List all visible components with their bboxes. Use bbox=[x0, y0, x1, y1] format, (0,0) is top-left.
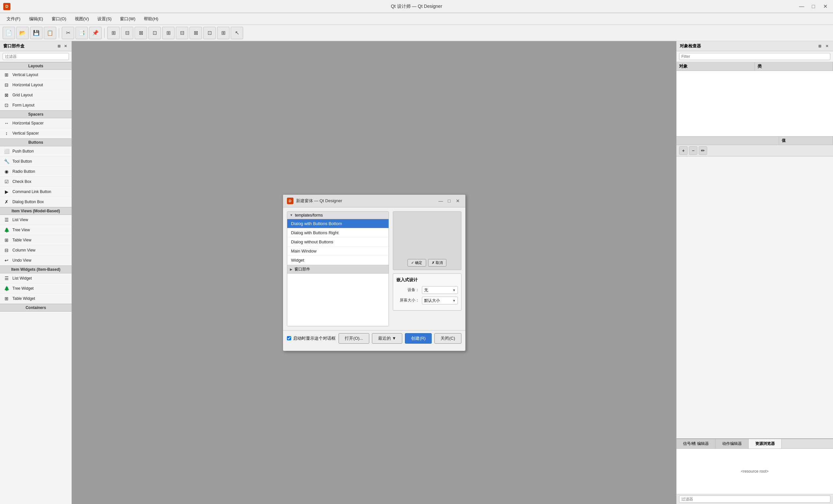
inspector-icon2[interactable]: ✕ bbox=[824, 43, 830, 49]
preview-cancel-btn[interactable]: ✗ 取消 bbox=[428, 259, 446, 267]
toolbar-saveas[interactable]: 📋 bbox=[44, 27, 56, 39]
widget-box-icon1[interactable]: ⊞ bbox=[56, 43, 62, 49]
prop-add-btn[interactable]: + bbox=[679, 146, 688, 155]
widget-check-box[interactable]: ☑ Check Box bbox=[0, 177, 72, 187]
tab-actions[interactable]: 动作编辑器 bbox=[716, 439, 749, 449]
table-widget-label: Table Widget bbox=[13, 296, 35, 301]
list-view-icon: ☰ bbox=[3, 217, 10, 223]
grid-layout-icon: ⊠ bbox=[3, 92, 10, 98]
property-col-value: 值 bbox=[779, 136, 833, 145]
widget-grid-layout[interactable]: ⊠ Grid Layout bbox=[0, 90, 72, 100]
prop-edit-btn[interactable]: ✏ bbox=[699, 146, 707, 155]
close-button-footer[interactable]: 关闭(C) bbox=[434, 333, 461, 344]
toolbar-layout1[interactable]: ⊞ bbox=[107, 27, 120, 39]
restore-button[interactable]: □ bbox=[809, 2, 818, 11]
toolbar-break[interactable]: ⊞ bbox=[217, 27, 230, 39]
widget-list-widget[interactable]: ☰ List Widget bbox=[0, 273, 72, 283]
toolbar-open[interactable]: 📂 bbox=[16, 27, 29, 39]
category-containers: Containers bbox=[0, 304, 72, 311]
vertical-layout-label: Vertical Layout bbox=[13, 73, 38, 77]
widget-tool-button[interactable]: 🔧 Tool Button bbox=[0, 156, 72, 167]
widget-filter-input[interactable] bbox=[3, 53, 69, 60]
category-item-views: Item Views (Model-Based) bbox=[0, 207, 72, 215]
widget-horizontal-layout[interactable]: ⊟ Horizontal Layout bbox=[0, 80, 72, 90]
toolbar-copy[interactable]: 📑 bbox=[75, 27, 88, 39]
widget-table-widget[interactable]: ⊞ Table Widget bbox=[0, 294, 72, 304]
resource-filter-row bbox=[676, 494, 833, 504]
menu-edit[interactable]: 编辑(E) bbox=[25, 15, 47, 23]
widget-undo-view[interactable]: ↩ Undo View bbox=[0, 255, 72, 266]
recent-button[interactable]: 最近的 ▼ bbox=[372, 333, 402, 344]
widget-radio-button[interactable]: ◉ Radio Button bbox=[0, 167, 72, 177]
check-box-icon: ☑ bbox=[3, 178, 10, 185]
object-inspector-title: 对象检查器 bbox=[680, 43, 701, 49]
toolbar-cut[interactable]: ✂ bbox=[62, 27, 74, 39]
tree-item-dialog-right[interactable]: Dialog with Buttons Right bbox=[287, 228, 388, 237]
toolbar-layout4[interactable]: ⊡ bbox=[148, 27, 161, 39]
widget-dialog-button-box[interactable]: ✗ Dialog Button Box bbox=[0, 197, 72, 207]
toolbar-paste[interactable]: 📌 bbox=[89, 27, 102, 39]
tree-item-dialog-no-buttons[interactable]: Dialog without Buttons bbox=[287, 237, 388, 247]
dialog-close[interactable]: ✕ bbox=[454, 197, 461, 204]
dialog-minimize[interactable]: — bbox=[437, 197, 445, 204]
toolbar-layout3[interactable]: ⊠ bbox=[135, 27, 147, 39]
menu-window2[interactable]: 窗口(W) bbox=[116, 15, 139, 23]
table-view-label: Table View bbox=[13, 238, 31, 242]
resource-filter-input[interactable] bbox=[679, 496, 830, 503]
toolbar-layout6[interactable]: ⊟ bbox=[176, 27, 188, 39]
tree-view-icon: 🌲 bbox=[3, 227, 10, 233]
inspector-filter-input[interactable] bbox=[679, 53, 830, 60]
toolbar-layout8[interactable]: ⊡ bbox=[203, 27, 216, 39]
radio-button-label: Radio Button bbox=[13, 169, 35, 174]
menu-window[interactable]: 窗口(O) bbox=[48, 15, 70, 23]
tab-resources[interactable]: 资源浏览器 bbox=[749, 439, 782, 449]
right-panel: 对象检查器 ⊞ ✕ 对象 类 值 + − ✏ bbox=[676, 41, 833, 504]
menu-help[interactable]: 帮助(H) bbox=[140, 15, 162, 23]
widget-form-layout[interactable]: ⊡ Form Layout bbox=[0, 100, 72, 110]
widget-h-spacer[interactable]: ↔ Horizontal Spacer bbox=[0, 118, 72, 128]
toolbar-layout5[interactable]: ⊞ bbox=[162, 27, 174, 39]
show-dialog-checkbox[interactable] bbox=[287, 336, 291, 341]
object-table-body bbox=[676, 71, 833, 136]
title-bar-left: D bbox=[3, 3, 10, 10]
undo-view-label: Undo View bbox=[13, 258, 31, 262]
widget-vertical-layout[interactable]: ⊞ Vertical Layout bbox=[0, 70, 72, 80]
widget-list-view[interactable]: ☰ List View bbox=[0, 215, 72, 225]
device-select[interactable]: 无 bbox=[422, 286, 458, 294]
tab-signals[interactable]: 信号/槽 编辑器 bbox=[676, 439, 716, 449]
menu-file[interactable]: 文件(F) bbox=[3, 15, 24, 23]
horizontal-layout-icon: ⊟ bbox=[3, 82, 10, 88]
inspector-icon1[interactable]: ⊞ bbox=[817, 43, 823, 49]
dialog-titlebar-left: D 新建窗体 — Qt Designer bbox=[287, 198, 342, 204]
preview-ok-btn[interactable]: ✓ 确定 bbox=[407, 259, 426, 267]
widget-push-button[interactable]: ⬜ Push Button bbox=[0, 146, 72, 156]
dialog-restore[interactable]: □ bbox=[446, 197, 453, 204]
create-button[interactable]: 创建(R) bbox=[405, 333, 432, 344]
dialog-titlebar: D 新建窗体 — Qt Designer — □ ✕ bbox=[283, 195, 466, 207]
widget-command-link[interactable]: ▶ Command Link Button bbox=[0, 187, 72, 197]
widget-tree-widget[interactable]: 🌲 Tree Widget bbox=[0, 283, 72, 294]
widget-v-spacer[interactable]: ↕ Vertical Spacer bbox=[0, 128, 72, 138]
minimize-button[interactable]: — bbox=[797, 2, 806, 11]
tree-item-widget[interactable]: Widget bbox=[287, 256, 388, 265]
tree-item-dialog-bottom[interactable]: Dialog with Buttons Bottom bbox=[287, 219, 388, 228]
toolbar-new[interactable]: 📄 bbox=[3, 27, 15, 39]
open-button[interactable]: 打开(O)... bbox=[338, 333, 369, 344]
prop-remove-btn[interactable]: − bbox=[689, 146, 697, 155]
toolbar-save[interactable]: 💾 bbox=[30, 27, 43, 39]
widget-column-view[interactable]: ⊟ Column View bbox=[0, 245, 72, 255]
widget-tree-view[interactable]: 🌲 Tree View bbox=[0, 225, 72, 235]
tree-item-main-window[interactable]: Main Window bbox=[287, 247, 388, 256]
toolbar-pointer[interactable]: ↖ bbox=[231, 27, 243, 39]
widget-table-view[interactable]: ⊞ Table View bbox=[0, 235, 72, 245]
widget-box-icon2[interactable]: ✕ bbox=[63, 43, 68, 49]
tree-widget-icon: 🌲 bbox=[3, 285, 10, 292]
toolbar-layout2[interactable]: ⊟ bbox=[121, 27, 133, 39]
close-button[interactable]: ✕ bbox=[820, 2, 830, 11]
menu-settings[interactable]: 设置(S) bbox=[93, 15, 115, 23]
menu-view[interactable]: 视图(V) bbox=[71, 15, 93, 23]
tree-root-header: ▼ templates/forms bbox=[287, 212, 388, 219]
tree-sub-arrow: ▶ bbox=[290, 268, 292, 271]
toolbar-layout7[interactable]: ⊠ bbox=[190, 27, 202, 39]
screen-select[interactable]: 默认大小 bbox=[422, 297, 458, 304]
